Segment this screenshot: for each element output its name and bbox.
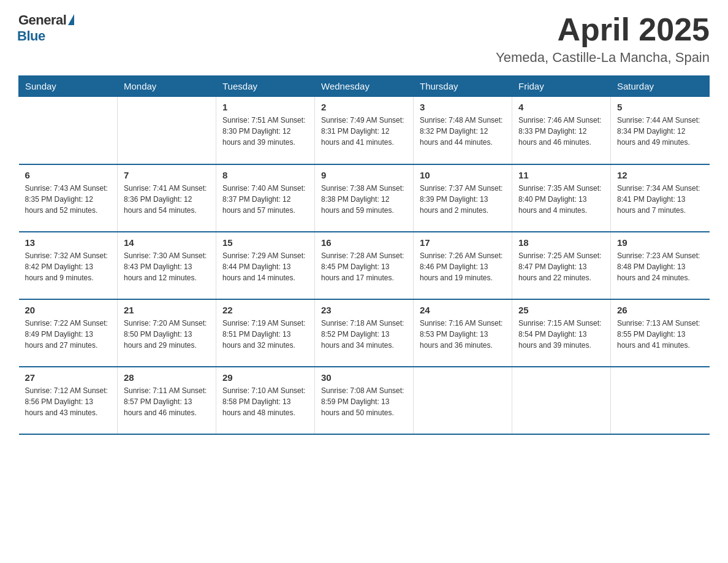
day-cell: 18Sunrise: 7:25 AM Sunset: 8:47 PM Dayli… xyxy=(512,232,611,299)
day-number: 11 xyxy=(518,170,604,180)
day-info: Sunrise: 7:41 AM Sunset: 8:36 PM Dayligh… xyxy=(124,183,210,216)
day-cell: 19Sunrise: 7:23 AM Sunset: 8:48 PM Dayli… xyxy=(611,232,710,299)
day-cell: 1Sunrise: 7:51 AM Sunset: 8:30 PM Daylig… xyxy=(216,97,315,164)
day-cell: 29Sunrise: 7:10 AM Sunset: 8:58 PM Dayli… xyxy=(216,367,315,434)
day-info: Sunrise: 7:44 AM Sunset: 8:34 PM Dayligh… xyxy=(617,115,703,148)
day-number: 15 xyxy=(222,237,308,248)
day-cell: 13Sunrise: 7:32 AM Sunset: 8:42 PM Dayli… xyxy=(19,232,118,299)
day-cell xyxy=(19,97,118,164)
day-cell: 23Sunrise: 7:18 AM Sunset: 8:52 PM Dayli… xyxy=(315,299,414,367)
header-wednesday: Wednesday xyxy=(315,76,414,97)
day-info: Sunrise: 7:25 AM Sunset: 8:47 PM Dayligh… xyxy=(518,250,604,283)
day-cell: 6Sunrise: 7:43 AM Sunset: 8:35 PM Daylig… xyxy=(19,164,118,232)
week-row-4: 20Sunrise: 7:22 AM Sunset: 8:49 PM Dayli… xyxy=(19,299,710,367)
page-header: General Blue April 2025 Yemeda, Castille… xyxy=(18,12,710,66)
day-number: 29 xyxy=(222,372,308,383)
day-number: 20 xyxy=(25,305,112,315)
day-info: Sunrise: 7:15 AM Sunset: 8:54 PM Dayligh… xyxy=(518,318,604,351)
day-info: Sunrise: 7:30 AM Sunset: 8:43 PM Dayligh… xyxy=(124,250,210,283)
day-cell: 17Sunrise: 7:26 AM Sunset: 8:46 PM Dayli… xyxy=(414,232,512,299)
day-info: Sunrise: 7:40 AM Sunset: 8:37 PM Dayligh… xyxy=(222,183,308,216)
header-monday: Monday xyxy=(118,76,216,97)
day-info: Sunrise: 7:26 AM Sunset: 8:46 PM Dayligh… xyxy=(420,250,506,283)
day-cell xyxy=(414,367,512,434)
day-cell: 15Sunrise: 7:29 AM Sunset: 8:44 PM Dayli… xyxy=(216,232,315,299)
day-number: 2 xyxy=(321,102,407,112)
day-info: Sunrise: 7:11 AM Sunset: 8:57 PM Dayligh… xyxy=(124,385,210,418)
day-cell: 7Sunrise: 7:41 AM Sunset: 8:36 PM Daylig… xyxy=(118,164,216,232)
day-cell: 22Sunrise: 7:19 AM Sunset: 8:51 PM Dayli… xyxy=(216,299,315,367)
day-number: 24 xyxy=(420,305,506,315)
day-number: 12 xyxy=(617,170,703,180)
day-info: Sunrise: 7:32 AM Sunset: 8:42 PM Dayligh… xyxy=(25,250,112,283)
day-cell: 20Sunrise: 7:22 AM Sunset: 8:49 PM Dayli… xyxy=(19,299,118,367)
day-number: 23 xyxy=(321,305,407,315)
day-info: Sunrise: 7:35 AM Sunset: 8:40 PM Dayligh… xyxy=(518,183,604,216)
day-cell: 8Sunrise: 7:40 AM Sunset: 8:37 PM Daylig… xyxy=(216,164,315,232)
day-cell: 4Sunrise: 7:46 AM Sunset: 8:33 PM Daylig… xyxy=(512,97,611,164)
day-cell: 27Sunrise: 7:12 AM Sunset: 8:56 PM Dayli… xyxy=(19,367,118,434)
week-row-5: 27Sunrise: 7:12 AM Sunset: 8:56 PM Dayli… xyxy=(19,367,710,434)
day-number: 3 xyxy=(420,102,506,112)
day-info: Sunrise: 7:23 AM Sunset: 8:48 PM Dayligh… xyxy=(617,250,703,283)
calendar-body: 1Sunrise: 7:51 AM Sunset: 8:30 PM Daylig… xyxy=(19,97,710,434)
day-info: Sunrise: 7:12 AM Sunset: 8:56 PM Dayligh… xyxy=(25,385,112,418)
day-number: 4 xyxy=(518,102,604,112)
day-cell: 3Sunrise: 7:48 AM Sunset: 8:32 PM Daylig… xyxy=(414,97,512,164)
header-tuesday: Tuesday xyxy=(216,76,315,97)
day-info: Sunrise: 7:34 AM Sunset: 8:41 PM Dayligh… xyxy=(617,183,703,216)
title-area: April 2025 Yemeda, Castille-La Mancha, S… xyxy=(496,12,710,66)
day-number: 9 xyxy=(321,170,407,180)
day-cell: 12Sunrise: 7:34 AM Sunset: 8:41 PM Dayli… xyxy=(611,164,710,232)
day-number: 7 xyxy=(124,170,210,180)
day-info: Sunrise: 7:10 AM Sunset: 8:58 PM Dayligh… xyxy=(222,385,308,418)
day-number: 5 xyxy=(617,102,703,112)
day-info: Sunrise: 7:22 AM Sunset: 8:49 PM Dayligh… xyxy=(25,318,112,351)
day-cell: 5Sunrise: 7:44 AM Sunset: 8:34 PM Daylig… xyxy=(611,97,710,164)
week-row-3: 13Sunrise: 7:32 AM Sunset: 8:42 PM Dayli… xyxy=(19,232,710,299)
day-cell: 16Sunrise: 7:28 AM Sunset: 8:45 PM Dayli… xyxy=(315,232,414,299)
day-number: 14 xyxy=(124,237,210,248)
day-info: Sunrise: 7:08 AM Sunset: 8:59 PM Dayligh… xyxy=(321,385,407,418)
day-cell: 10Sunrise: 7:37 AM Sunset: 8:39 PM Dayli… xyxy=(414,164,512,232)
logo-general-text: General xyxy=(18,12,66,28)
day-info: Sunrise: 7:51 AM Sunset: 8:30 PM Dayligh… xyxy=(222,115,308,148)
day-info: Sunrise: 7:49 AM Sunset: 8:31 PM Dayligh… xyxy=(321,115,407,148)
day-info: Sunrise: 7:29 AM Sunset: 8:44 PM Dayligh… xyxy=(222,250,308,283)
day-cell: 30Sunrise: 7:08 AM Sunset: 8:59 PM Dayli… xyxy=(315,367,414,434)
day-cell: 2Sunrise: 7:49 AM Sunset: 8:31 PM Daylig… xyxy=(315,97,414,164)
day-info: Sunrise: 7:13 AM Sunset: 8:55 PM Dayligh… xyxy=(617,318,703,351)
day-number: 8 xyxy=(222,170,308,180)
calendar-header: Sunday Monday Tuesday Wednesday Thursday… xyxy=(19,76,710,97)
day-cell: 9Sunrise: 7:38 AM Sunset: 8:38 PM Daylig… xyxy=(315,164,414,232)
header-sunday: Sunday xyxy=(19,76,118,97)
day-number: 26 xyxy=(617,305,703,315)
month-title: April 2025 xyxy=(496,12,710,47)
day-cell: 11Sunrise: 7:35 AM Sunset: 8:40 PM Dayli… xyxy=(512,164,611,232)
header-saturday: Saturday xyxy=(611,76,710,97)
logo-triangle-icon xyxy=(68,14,74,25)
calendar-table: Sunday Monday Tuesday Wednesday Thursday… xyxy=(18,75,710,435)
day-cell xyxy=(512,367,611,434)
day-number: 21 xyxy=(124,305,210,315)
day-cell: 28Sunrise: 7:11 AM Sunset: 8:57 PM Dayli… xyxy=(118,367,216,434)
day-number: 13 xyxy=(25,237,112,248)
day-cell xyxy=(611,367,710,434)
header-friday: Friday xyxy=(512,76,611,97)
day-info: Sunrise: 7:46 AM Sunset: 8:33 PM Dayligh… xyxy=(518,115,604,148)
day-cell: 25Sunrise: 7:15 AM Sunset: 8:54 PM Dayli… xyxy=(512,299,611,367)
logo: General Blue xyxy=(18,12,74,44)
day-number: 25 xyxy=(518,305,604,315)
day-info: Sunrise: 7:18 AM Sunset: 8:52 PM Dayligh… xyxy=(321,318,407,351)
day-number: 16 xyxy=(321,237,407,248)
day-info: Sunrise: 7:38 AM Sunset: 8:38 PM Dayligh… xyxy=(321,183,407,216)
day-cell xyxy=(118,97,216,164)
day-number: 10 xyxy=(420,170,506,180)
day-cell: 14Sunrise: 7:30 AM Sunset: 8:43 PM Dayli… xyxy=(118,232,216,299)
logo-blue-text: Blue xyxy=(17,28,45,44)
day-cell: 24Sunrise: 7:16 AM Sunset: 8:53 PM Dayli… xyxy=(414,299,512,367)
day-info: Sunrise: 7:16 AM Sunset: 8:53 PM Dayligh… xyxy=(420,318,506,351)
day-cell: 26Sunrise: 7:13 AM Sunset: 8:55 PM Dayli… xyxy=(611,299,710,367)
location-title: Yemeda, Castille-La Mancha, Spain xyxy=(496,50,710,66)
day-number: 1 xyxy=(222,102,308,112)
